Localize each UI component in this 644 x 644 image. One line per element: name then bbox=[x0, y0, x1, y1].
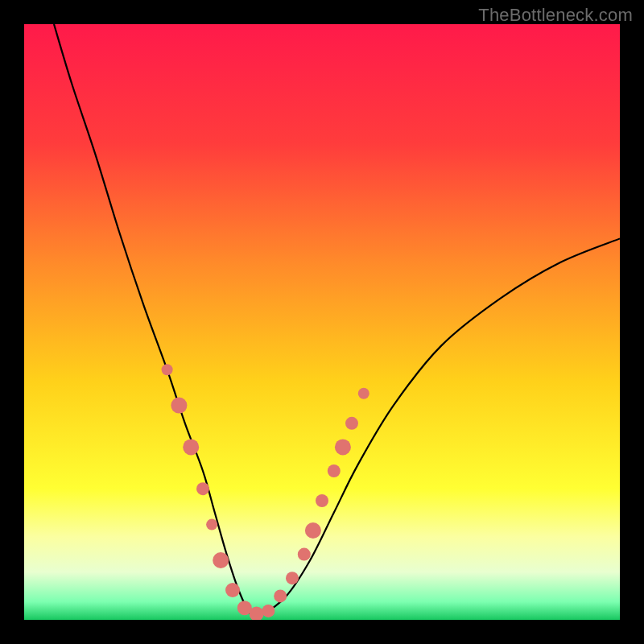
chart-svg bbox=[24, 24, 620, 620]
marker-point bbox=[213, 552, 229, 568]
marker-point bbox=[162, 364, 173, 375]
marker-point bbox=[345, 417, 358, 430]
marker-point bbox=[298, 548, 311, 561]
marker-point bbox=[206, 519, 217, 530]
marker-point bbox=[225, 583, 240, 597]
marker-point bbox=[328, 464, 341, 477]
marker-point bbox=[196, 482, 209, 495]
marker-point bbox=[316, 494, 328, 507]
gradient-background bbox=[24, 24, 620, 620]
marker-point bbox=[183, 439, 199, 455]
marker-point bbox=[358, 388, 369, 399]
marker-point bbox=[286, 572, 299, 584]
marker-point bbox=[171, 398, 187, 414]
marker-point bbox=[274, 589, 287, 602]
plot-area bbox=[24, 24, 620, 620]
marker-point bbox=[262, 605, 275, 617]
marker-point bbox=[335, 439, 351, 455]
watermark-text: TheBottleneck.com bbox=[478, 5, 633, 26]
chart-frame: TheBottleneck.com bbox=[0, 0, 644, 644]
marker-point bbox=[305, 522, 321, 539]
